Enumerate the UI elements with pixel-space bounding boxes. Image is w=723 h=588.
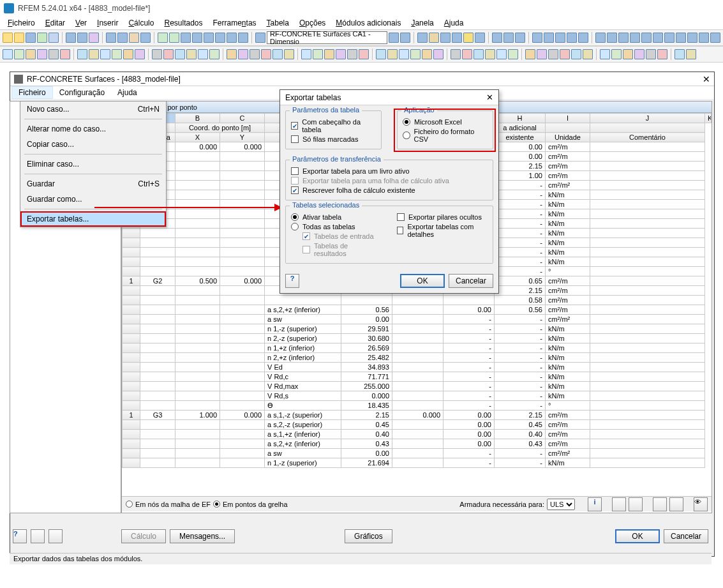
tb-icon[interactable]	[347, 49, 357, 59]
tb-icon[interactable]	[440, 33, 451, 43]
menu-tabela[interactable]: Tabela	[262, 17, 294, 29]
table-row[interactable]: n 1,+z (inferior)26.569--kN/m	[123, 343, 712, 353]
tb-icon[interactable]	[515, 33, 525, 43]
mi-guardar-como[interactable]: Guardar como...	[20, 192, 166, 207]
table-row[interactable]: a s,2,+z (inferior)0.430.000.43cm²/m	[123, 439, 712, 449]
tb-icon[interactable]	[284, 49, 294, 59]
rdo-excel[interactable]: Microsoft Excel	[403, 118, 488, 126]
chk-hidden-cols[interactable]: Exportar pilares ocultos	[397, 213, 488, 221]
tb-icon[interactable]	[272, 49, 283, 59]
rdo-active-table[interactable]: Ativar tabela	[291, 213, 382, 221]
table-row[interactable]: 0.58cm²/m	[123, 296, 712, 305]
tb-icon[interactable]	[618, 33, 629, 43]
menu-modulos[interactable]: Módulos adicionais	[331, 17, 406, 29]
tb-icon[interactable]	[238, 33, 248, 43]
filter-btn-4[interactable]	[669, 497, 683, 511]
table-row[interactable]: V Rd,c71.771--kN/m	[123, 372, 712, 382]
tb-icon[interactable]	[623, 49, 633, 59]
toolbar-combo[interactable]: RF-CONCRETE Surfaces CA1 - Dimensio	[267, 31, 387, 44]
mi-eliminar[interactable]: Eliminar caso...	[20, 156, 166, 172]
table-row[interactable]: V Rd,s0.000--kN/m	[123, 391, 712, 401]
calc-button[interactable]: Cálculo	[121, 529, 166, 543]
tb-icon[interactable]	[209, 49, 220, 59]
info-button[interactable]: i	[588, 497, 602, 511]
tb-icon[interactable]	[77, 33, 87, 43]
tb-icon[interactable]	[417, 33, 428, 43]
tb-icon[interactable]	[37, 33, 47, 43]
tb-icon[interactable]	[89, 49, 99, 59]
tb-icon[interactable]	[583, 49, 593, 59]
tb-icon[interactable]	[227, 49, 237, 59]
tb-icon[interactable]	[48, 33, 59, 43]
tb-icon[interactable]	[485, 49, 495, 59]
tb-icon[interactable]	[158, 33, 168, 43]
messages-button[interactable]: Mensagens...	[170, 529, 235, 543]
radio-pontos[interactable]	[213, 501, 220, 508]
tb-icon[interactable]	[548, 49, 558, 59]
tb-icon[interactable]	[567, 33, 577, 43]
tb-icon[interactable]	[525, 49, 535, 59]
tb-icon[interactable]	[452, 33, 462, 43]
ok-button[interactable]: OK	[615, 529, 660, 543]
table-row[interactable]: ϴ18.435--°	[123, 401, 712, 411]
eye-btn[interactable]: 👁	[694, 497, 708, 511]
tb-icon[interactable]	[48, 49, 59, 59]
tb-icon[interactable]	[186, 49, 197, 59]
mi-guardar[interactable]: GuardarCtrl+S	[20, 176, 166, 192]
tb-icon[interactable]	[611, 49, 622, 59]
tb-icon[interactable]	[140, 33, 151, 43]
dialog-help-button[interactable]: ?	[285, 274, 299, 288]
menu-resultados[interactable]: Resultados	[159, 17, 207, 29]
col-B[interactable]: B	[175, 114, 220, 123]
tb-icon[interactable]	[100, 49, 110, 59]
table-row[interactable]: n 2,+z (inferior)25.482--kN/m	[123, 353, 712, 363]
tb-icon[interactable]	[641, 33, 652, 43]
col-I[interactable]: I	[546, 114, 590, 123]
tb-icon[interactable]	[336, 49, 346, 59]
tb-icon[interactable]	[3, 49, 13, 59]
tb-icon[interactable]	[492, 33, 502, 43]
tb-icon[interactable]	[676, 33, 686, 43]
tb-icon[interactable]	[508, 49, 518, 59]
filter-select[interactable]: ULS	[547, 499, 575, 510]
tb-icon[interactable]	[544, 33, 554, 43]
table-row[interactable]: V Rd,max255.000--kN/m	[123, 382, 712, 391]
tb-icon[interactable]	[410, 49, 421, 59]
help-button[interactable]: ?	[13, 529, 27, 543]
tb-icon[interactable]	[653, 33, 663, 43]
tb-icon[interactable]	[112, 49, 122, 59]
tb-icon[interactable]	[175, 49, 185, 59]
rdo-csv[interactable]: Ficheiro do formato CSV	[403, 128, 488, 143]
dialog-close-icon[interactable]: ✕	[486, 93, 493, 102]
mi-exportar[interactable]: Exportar tabelas...	[20, 211, 166, 227]
mi-novo[interactable]: Novo caso...Ctrl+N	[20, 102, 166, 117]
table-row[interactable]: n 2,-z (superior)30.680--kN/m	[123, 334, 712, 343]
tb-icon[interactable]	[664, 33, 675, 43]
tb-icon[interactable]	[710, 33, 720, 43]
filter-btn-2[interactable]	[629, 497, 643, 511]
tb-icon[interactable]	[255, 33, 265, 43]
table-row[interactable]: n 1,-z (superior)21.694--kN/m	[123, 458, 712, 468]
tb-icon[interactable]	[301, 49, 311, 59]
tb-icon[interactable]	[537, 49, 547, 59]
submenu-ajuda[interactable]: Ajuda	[111, 87, 144, 98]
tb-icon[interactable]	[117, 33, 128, 43]
submenu-ficheiro[interactable]: Ficheiro	[11, 86, 53, 99]
tb-icon[interactable]	[657, 49, 667, 59]
menu-ver[interactable]: Ver	[70, 17, 92, 29]
tb-icon[interactable]	[163, 49, 174, 59]
tb-icon[interactable]	[475, 33, 485, 43]
chk-marked[interactable]: Só filas marcadas	[291, 135, 376, 143]
tb-icon[interactable]	[261, 49, 271, 59]
menu-editar[interactable]: Editar	[40, 17, 70, 29]
tb-icon[interactable]	[686, 49, 696, 59]
tb-icon[interactable]	[313, 49, 323, 59]
close-icon[interactable]: ✕	[703, 74, 710, 84]
btn-aux1[interactable]	[31, 529, 45, 543]
menu-ferramentas[interactable]: Ferramentas	[208, 17, 262, 29]
menu-opcoes[interactable]: Opções	[294, 17, 331, 29]
btn-aux2[interactable]	[48, 529, 63, 543]
tb-icon[interactable]	[399, 49, 409, 59]
tb-icon[interactable]	[123, 49, 133, 59]
table-row[interactable]: 1G31.0000.000a s,1,-z (superior)2.150.00…	[123, 411, 712, 420]
